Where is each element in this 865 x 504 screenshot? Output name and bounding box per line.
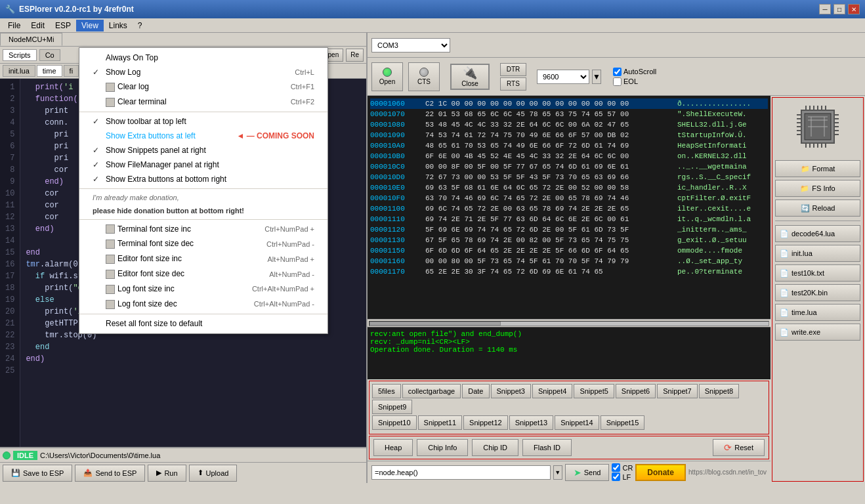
snippet-8[interactable]: Snippet8 [699, 384, 739, 398]
hex-line: 00001090 74 53 74 61 72 74 75 70 49 6E 6… [370, 130, 768, 140]
dd-terminal-font-inc[interactable]: Terminal font size inc Ctrl+NumPad + [79, 222, 327, 237]
reload-icon: 🔄 [801, 204, 810, 213]
dd-log-font-dec[interactable]: Log font size dec Ctrl+Alt+NumPad - [79, 297, 327, 312]
dd-show-extra-bottom[interactable]: ✓Show Extra buttons at bottom right [79, 172, 327, 186]
snippet-6[interactable]: Snippet6 [616, 384, 656, 398]
reload-sidebar-button[interactable]: 🔄 Reload [775, 200, 860, 217]
lf-label: LF [622, 473, 631, 481]
upload-button[interactable]: ⬆ Upload [189, 465, 238, 482]
send-input-dropdown[interactable]: ▼ [553, 465, 562, 480]
run-button[interactable]: ▶ Run [148, 465, 186, 482]
dd-show-snippets[interactable]: ✓Show Snippets panel at right [79, 143, 327, 158]
rts-button[interactable]: RTS [500, 77, 526, 91]
chip-id-button[interactable]: Chip ID [472, 439, 518, 456]
heap-button[interactable]: Heap [373, 439, 413, 456]
tab-scripts[interactable]: Scripts [3, 49, 37, 61]
chip-info-button[interactable]: Chip Info [417, 439, 468, 456]
reload-button[interactable]: Re [346, 49, 364, 62]
snippet-12[interactable]: Snippet12 [463, 415, 508, 430]
cr-checkbox[interactable] [612, 463, 620, 472]
dd-terminal-font-dec[interactable]: Terminal font size dec Ctrl+NumPad - [79, 236, 327, 251]
send-input[interactable] [371, 465, 551, 480]
snippet-15[interactable]: Snippet15 [601, 415, 645, 430]
snippet-11[interactable]: Snippet11 [418, 415, 463, 430]
snippet-5files[interactable]: 5files [372, 384, 401, 398]
donate-button[interactable]: Donate [635, 464, 686, 481]
format-sidebar-button[interactable]: 📁 Format [775, 160, 860, 177]
bottom-buttons-bar: Heap Chip Info Chip ID Flash ID ⟳ Reset [369, 436, 769, 459]
file-test20k[interactable]: 📄 test20K.bin [775, 284, 860, 301]
reset-button[interactable]: ⟳ Reset [713, 439, 765, 456]
file-init-lua[interactable]: 📄 init.lua [775, 245, 860, 262]
tab-co[interactable]: Co [39, 49, 60, 61]
fs-info-sidebar-button[interactable]: 📁 FS Info [775, 180, 860, 197]
hex-line: 000010D0 72 67 73 00 00 53 5F 5F 43 5F 7… [370, 172, 768, 182]
menu-help[interactable]: ? [133, 20, 148, 32]
dd-show-log[interactable]: ✓Show Log Ctrl+L [79, 65, 327, 79]
tab-fi[interactable]: fi [64, 65, 79, 77]
chip-icon [791, 100, 844, 153]
autoscroll-group: AutoScroll EOL [613, 68, 656, 86]
flash-id-button[interactable]: Flash ID [522, 439, 572, 456]
file-test10k[interactable]: 📄 test10k.txt [775, 264, 860, 282]
snippet-14[interactable]: Snippet14 [555, 415, 599, 430]
file-icon: 📄 [780, 249, 789, 258]
snippet-9[interactable]: Snippet9 [372, 400, 412, 414]
dd-always-on-top[interactable]: Always On Top [79, 51, 327, 65]
run-icon: ▶ [156, 469, 161, 477]
dd-show-extra-buttons-left[interactable]: Show Extra buttons at left ◄ — COMING SO… [79, 129, 327, 143]
dd-editor-font-inc[interactable]: Editor font size inc Alt+NumPad + [79, 251, 327, 266]
dd-show-filemanager[interactable]: ✓Show FileManager panel at right [79, 158, 327, 172]
menu-edit[interactable]: Edit [26, 20, 50, 32]
close-button[interactable]: ✕ [848, 4, 860, 14]
dd-show-toolbar[interactable]: ✓Show toolbar at top left [79, 114, 327, 129]
action-bar: 💾 Save to ESP 📤 Send to ESP ▶ Run ⬆ Uplo… [0, 462, 366, 483]
menu-links[interactable]: Links [104, 20, 133, 32]
file-time-lua[interactable]: 📄 time.lua [775, 304, 860, 321]
file-write-exe[interactable]: 📄 write.exe [775, 324, 860, 341]
send-button[interactable]: ➤ Send [565, 464, 610, 481]
minimize-button[interactable]: ─ [819, 4, 831, 14]
title-bar: 🔧 ESPlorer v0.2.0-rc1 by 4refr0nt ─ □ ✕ [0, 0, 865, 18]
hex-display[interactable]: 00001060 C2 1C 00 00 00 00 00 00 00 00 0… [368, 96, 770, 319]
menu-view[interactable]: View [76, 20, 104, 32]
autoscroll-label: AutoScroll [623, 68, 656, 75]
dd-clear-log[interactable]: Clear log Ctrl+F1 [79, 79, 327, 94]
hex-line: 00001150 6F 6D 6D 6F 64 65 2E 2E 2E 2E 5… [370, 245, 768, 256]
baud-dropdown-arrow[interactable]: ▼ [592, 70, 601, 84]
dd-log-font-inc[interactable]: Log font size inc Ctrl+Alt+NumPad + [79, 282, 327, 297]
tab-nodemcu[interactable]: NodeMCU+Mi [0, 33, 62, 46]
hex-line: 00001120 5F 69 6E 69 74 74 65 72 6D 2E 0… [370, 224, 768, 235]
lf-checkbox[interactable] [612, 472, 620, 481]
dd-clear-terminal[interactable]: Clear terminal Ctrl+F2 [79, 94, 327, 110]
open-button[interactable]: Open [371, 62, 403, 91]
hex-line: 00001070 22 01 53 68 65 6C 6C 45 78 65 6… [370, 109, 768, 119]
close-connection-button[interactable]: 🔌 Close [450, 64, 490, 90]
autoscroll-checkbox[interactable] [613, 68, 622, 76]
eol-checkbox[interactable] [613, 77, 622, 86]
dd-sep1 [79, 112, 327, 112]
snippet-5[interactable]: Snippet5 [574, 384, 614, 398]
menu-file[interactable]: File [3, 20, 26, 32]
snippet-7[interactable]: Snippet7 [657, 384, 697, 398]
dtr-button[interactable]: DTR [500, 63, 526, 76]
cts-button[interactable]: CTS [408, 62, 440, 91]
save-to-esp-button[interactable]: 💾 Save to ESP [3, 465, 72, 482]
snippet-collectgarbage[interactable]: collectgarbage [402, 384, 461, 398]
maximize-button[interactable]: □ [833, 4, 845, 14]
tab-init-lua[interactable]: init.lua [3, 65, 35, 77]
log-area[interactable]: recv:ant open file") and end_dump() recv… [368, 327, 770, 379]
snippet-date[interactable]: Date [462, 384, 489, 398]
snippet-4[interactable]: Snippet4 [532, 384, 572, 398]
send-to-esp-button[interactable]: 📤 Send to ESP [75, 465, 145, 482]
tab-time[interactable]: time [37, 65, 62, 77]
menu-esp[interactable]: ESP [50, 20, 76, 32]
com-port-select[interactable]: COM3COM1COM2COM4 [371, 38, 450, 52]
baud-rate-select[interactable]: 960011520057600 [537, 70, 589, 84]
snippet-10[interactable]: Snippet10 [372, 415, 417, 430]
dd-reset-font-sizes[interactable]: Reset all font size to default [79, 316, 327, 331]
snippet-3[interactable]: Snippet3 [491, 384, 531, 398]
dd-editor-font-dec[interactable]: Editor font size dec Alt+NumPad - [79, 266, 327, 282]
snippet-13[interactable]: Snippet13 [509, 415, 554, 430]
file-decode64[interactable]: 📄 decode64.lua [775, 225, 860, 242]
